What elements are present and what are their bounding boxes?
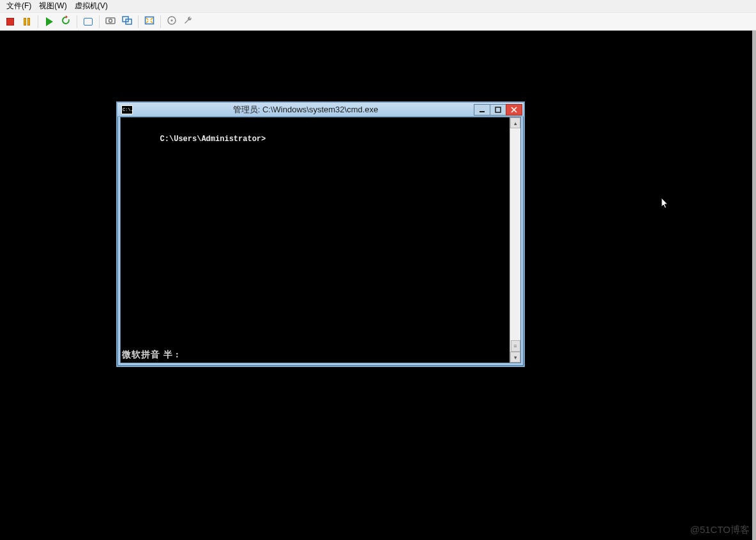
minimize-icon — [479, 107, 485, 113]
recycle-icon — [61, 15, 71, 27]
toolbar-separator — [38, 15, 38, 28]
pause-icon — [24, 18, 30, 26]
pause-button[interactable] — [19, 15, 34, 29]
stop-icon — [6, 18, 14, 26]
fullscreen-icon — [144, 15, 155, 27]
scroll-track[interactable] — [510, 128, 520, 352]
close-icon — [511, 107, 517, 113]
toolbar-separator — [77, 15, 77, 28]
mouse-cursor — [661, 197, 670, 210]
unity-icon — [122, 15, 132, 27]
viewport-scrollbar[interactable] — [752, 31, 756, 540]
cmd-system-icon[interactable]: C:\. — [121, 105, 133, 114]
svg-rect-7 — [480, 111, 485, 112]
scroll-down-button[interactable]: ▾ — [510, 352, 520, 363]
menu-vm[interactable]: 虚拟机(V) — [72, 0, 113, 13]
snapshot-button[interactable] — [80, 15, 96, 29]
toolbar-separator — [160, 15, 161, 28]
play-button[interactable] — [42, 15, 57, 29]
stop-button[interactable] — [3, 15, 18, 29]
vm-viewport[interactable]: C:\. 管理员: C:\Windows\system32\cmd.exe C:… — [0, 31, 756, 540]
disc-icon — [167, 15, 177, 27]
unity-button[interactable] — [119, 15, 135, 29]
snapshot-icon — [84, 18, 93, 26]
svg-rect-8 — [495, 107, 501, 112]
toolbar-separator — [138, 15, 139, 28]
chevron-up-icon: ▴ — [514, 120, 517, 126]
window-buttons — [474, 104, 522, 116]
cmd-prompt: C:\Users\Administrator> — [160, 135, 266, 144]
scroll-thumb[interactable] — [511, 340, 520, 352]
toolbar-separator — [99, 15, 100, 28]
camera-icon — [105, 15, 116, 27]
restart-button[interactable] — [58, 15, 73, 29]
menu-view[interactable]: 视图(W) — [36, 0, 72, 13]
menubar: 文件(F) 视图(W) 虚拟机(V) — [0, 0, 756, 13]
maximize-button[interactable] — [490, 104, 506, 116]
cmd-console[interactable]: C:\Users\Administrator> 微软拼音 半 : — [121, 117, 510, 363]
chevron-down-icon: ▾ — [514, 354, 517, 361]
screenshot-button[interactable] — [103, 15, 118, 29]
svg-point-1 — [109, 19, 112, 22]
settings-button[interactable] — [181, 15, 196, 29]
fullscreen-button[interactable] — [142, 15, 157, 29]
watermark: @51CTO博客 — [690, 524, 750, 536]
cmd-window: C:\. 管理员: C:\Windows\system32\cmd.exe C:… — [116, 101, 525, 367]
wrench-icon — [183, 15, 193, 27]
svg-point-6 — [171, 20, 173, 22]
minimize-button[interactable] — [474, 104, 490, 116]
cmd-scrollbar[interactable]: ▴ ▾ — [510, 117, 520, 363]
toolbar — [0, 13, 756, 31]
menu-file[interactable]: 文件(F) — [4, 0, 36, 13]
cmd-titlebar[interactable]: C:\. 管理员: C:\Windows\system32\cmd.exe — [117, 103, 524, 117]
ime-status: 微软拼音 半 : — [122, 350, 179, 360]
cmd-client-area: C:\Users\Administrator> 微软拼音 半 : ▴ ▾ — [120, 117, 521, 363]
scroll-up-button[interactable]: ▴ — [510, 117, 520, 128]
close-button[interactable] — [506, 104, 522, 116]
play-icon — [46, 17, 53, 26]
maximize-icon — [495, 107, 501, 113]
cmd-title: 管理员: C:\Windows\system32\cmd.exe — [137, 104, 474, 116]
install-tools-button[interactable] — [164, 15, 179, 29]
